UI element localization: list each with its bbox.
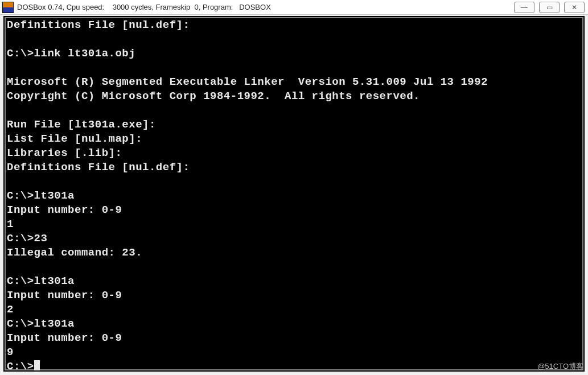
window-title: DOSBox 0.74, Cpu speed: 3000 cycles, Fra…: [17, 3, 514, 11]
minimize-button[interactable]: —: [514, 2, 534, 13]
maximize-icon: ▭: [546, 4, 553, 11]
terminal-viewport[interactable]: Definitions File [nul.def]: C:\>link lt3…: [3, 16, 585, 372]
dosbox-icon: [2, 2, 14, 13]
close-button[interactable]: ✕: [564, 2, 585, 13]
terminal-cursor: [34, 360, 40, 370]
window-buttons: — ▭ ✕: [514, 2, 585, 13]
terminal-output: Definitions File [nul.def]: C:\>link lt3…: [7, 18, 581, 372]
maximize-button[interactable]: ▭: [539, 2, 560, 13]
close-icon: ✕: [571, 4, 577, 11]
minimize-icon: —: [521, 4, 528, 11]
window-titlebar: DOSBox 0.74, Cpu speed: 3000 cycles, Fra…: [0, 0, 588, 15]
